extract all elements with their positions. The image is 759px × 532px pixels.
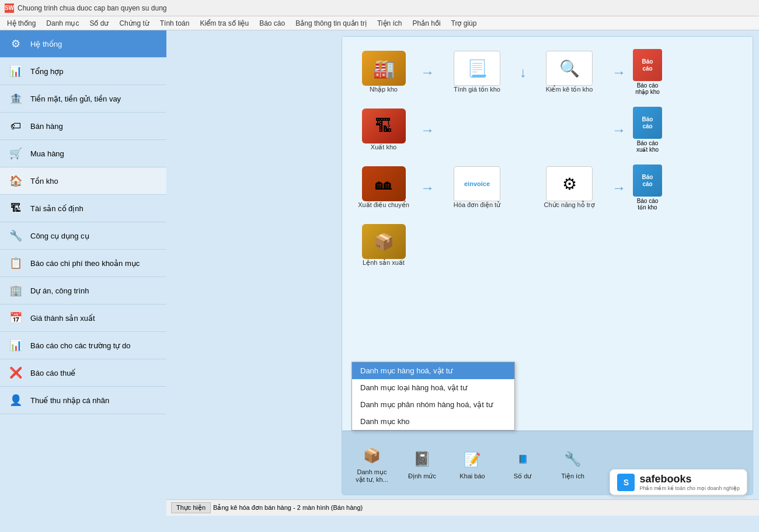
bc-xuat-kho-label: Báo cáoxuất kho <box>636 140 659 153</box>
tinh-gia-item[interactable]: 📃 Tính giá tồn kho <box>439 46 515 98</box>
bt-danh-muc[interactable]: 📦 Danh mụcvật tư, kh... <box>351 442 392 484</box>
bt-danh-muc-icon: 📦 <box>357 442 387 468</box>
bc-ton-kho-label: Báo cáotồn kho <box>637 198 659 211</box>
sidebar-icon-he-thong: ⚙ <box>7 35 25 52</box>
kiem-ke-item[interactable]: 🔍 Kiểm kê tồn kho <box>531 46 607 98</box>
xuat-kho-label: Xuất kho <box>371 144 396 151</box>
menu-item-7[interactable]: Bảng thông tin quản trị <box>291 18 371 29</box>
sidebar-item-du-an[interactable]: 🏢Dự án, công trình <box>0 277 166 304</box>
bt-so-du[interactable]: 📘 Số dư <box>502 446 543 480</box>
sidebar-icon-ton-kho: 🏠 <box>7 172 25 190</box>
sidebar-icon-ban-hang: 🏷 <box>7 117 25 135</box>
sidebar-icon-du-an: 🏢 <box>7 282 25 299</box>
bt-danh-muc-label: Danh mụcvật tư, kh... <box>356 468 388 484</box>
menu-item-3[interactable]: Chứng từ <box>114 18 154 29</box>
dropdown-item-dm-phan-nhom[interactable]: Danh mục phân nhóm hàng hoá, vật tư <box>352 396 514 413</box>
hoa-don-item[interactable]: einvoice Hóa đơn điện tử <box>439 162 515 214</box>
bt-dinh-muc[interactable]: 📓 Định mức <box>402 446 443 480</box>
bt-tien-ich-label: Tiện ích <box>561 473 584 480</box>
sidebar-item-bao-cao-chi-phi[interactable]: 📋Báo cáo chi phí theo khoản mục <box>0 250 166 277</box>
xuat-dieu-chuyen-label: Xuất điều chuyển <box>358 201 409 209</box>
thuc-hien-tab[interactable]: Thực hiện <box>171 502 211 513</box>
sidebar-item-ton-kho[interactable]: 🏠Tồn kho <box>0 167 166 195</box>
dropdown-menu: Danh mục hàng hoá, vật tưDanh mục loại h… <box>351 362 515 430</box>
bc-xuat-kho-item[interactable]: Báocáo Báo cáoxuất kho <box>631 104 664 155</box>
bt-tien-ich[interactable]: 🔧 Tiện ích <box>552 446 593 480</box>
sidebar-icon-tong-hop: 📊 <box>7 62 25 80</box>
bt-so-du-icon: 📘 <box>508 446 537 473</box>
lenh-san-xuat-label: Lệnh sản xuất <box>363 259 405 267</box>
kiem-ke-label: Kiểm kê tồn kho <box>546 86 593 93</box>
sidebar-label-ban-hang: Bán hàng <box>30 122 63 131</box>
bc-ton-kho-item[interactable]: Báocáo Báo cáotồn kho <box>631 162 664 213</box>
sidebar-icon-cong-cu: 🔧 <box>7 227 25 244</box>
safebooks-tagline: Phần mềm kế toán cho mọi doanh nghiệp <box>639 485 740 491</box>
safebooks-name: safebooks <box>639 473 691 485</box>
menu-item-0[interactable]: Hệ thống <box>2 18 40 29</box>
sidebar-item-ban-hang[interactable]: 🏷Bán hàng <box>0 113 166 140</box>
status-tab-label: Bảng kê hóa đơn bán hàng - 2 màn hình (B… <box>213 504 363 512</box>
menu-item-5[interactable]: Kiểm tra số liệu <box>195 18 253 29</box>
safebooks-logo: S safebooks Phần mềm kế toán cho mọi doa… <box>610 469 747 495</box>
sidebar-item-tien-mat[interactable]: 🏦Tiền mặt, tiền gửi, tiền vay <box>0 85 166 113</box>
sidebar-icon-mua-hang: 🛒 <box>7 145 25 162</box>
nhap-kho-item[interactable]: 🏭 Nhập kho <box>351 46 416 98</box>
sidebar: ⚙Hệ thống📊Tổng hợp🏦Tiền mặt, tiền gửi, t… <box>0 30 166 516</box>
sidebar-icon-thue-thu-nhap: 👤 <box>7 391 25 409</box>
chuc-nang-item[interactable]: ⚙ Chức năng hỗ trợ <box>531 162 607 214</box>
sidebar-icon-tai-san: 🏗 <box>7 200 25 217</box>
menu-item-2[interactable]: Số dư <box>85 18 113 29</box>
titlebar: SW Chuong trinh chua duoc cap ban quyen … <box>0 0 759 16</box>
sidebar-icon-gia-thanh: 📅 <box>7 309 25 327</box>
menu-item-4[interactable]: Tính toán <box>155 18 194 29</box>
sidebar-label-tien-mat: Tiền mặt, tiền gửi, tiền vay <box>30 94 121 103</box>
sidebar-item-bao-cao-thue[interactable]: ❌Báo cáo thuế <box>0 359 166 387</box>
sidebar-icon-bao-cao-thue: ❌ <box>7 364 25 382</box>
sidebar-icon-bao-cao-tu-do: 📊 <box>7 337 25 354</box>
menubar: Hệ thốngDanh mụcSố dưChứng từTính toánKi… <box>0 16 759 30</box>
sidebar-label-bao-cao-thue: Báo cáo thuế <box>30 369 75 377</box>
sidebar-label-cong-cu: Công cụ dụng cụ <box>30 232 89 240</box>
dropdown-item-dm-loai[interactable]: Danh mục loại hàng hoá, vật tư <box>352 379 514 396</box>
bc-nhap-kho-item[interactable]: Báocáo Báo cáonhập kho <box>631 47 664 97</box>
dropdown-item-dm-kho[interactable]: Danh mục kho <box>352 413 514 430</box>
chuc-nang-label: Chức năng hỗ trợ <box>544 201 594 209</box>
sidebar-item-tai-san[interactable]: 🏗Tài sản cố định <box>0 195 166 222</box>
dropdown-item-dm-hang-hoa[interactable]: Danh mục hàng hoá, vật tư <box>352 362 514 379</box>
sidebar-label-tong-hop: Tổng hợp <box>30 67 63 76</box>
bt-so-du-label: Số dư <box>514 473 532 480</box>
sidebar-label-gia-thanh: Giá thành sản xuất <box>30 314 95 323</box>
bt-tien-ich-icon: 🔧 <box>558 446 587 473</box>
xuat-kho-item[interactable]: 🏗 Xuất kho <box>351 104 416 156</box>
bt-khai-bao[interactable]: 📝 Khai báo <box>452 446 493 480</box>
app-icon: SW <box>5 4 14 13</box>
sidebar-item-thue-thu-nhap[interactable]: 👤Thuế thu nhập cá nhân <box>0 387 166 414</box>
sidebar-label-tai-san: Tài sản cố định <box>30 204 83 213</box>
safebooks-icon: S <box>617 474 635 491</box>
menu-item-6[interactable]: Báo cáo <box>255 18 290 29</box>
tinh-gia-label: Tính giá tồn kho <box>454 86 500 93</box>
lenh-san-xuat-item[interactable]: 📦 Lệnh sản xuất <box>351 219 416 271</box>
sidebar-label-thue-thu-nhap: Thuế thu nhập cá nhân <box>30 396 109 405</box>
menu-item-9[interactable]: Phản hồi <box>408 18 445 29</box>
menu-item-8[interactable]: Tiện ích <box>372 18 407 29</box>
sidebar-item-mua-hang[interactable]: 🛒Mua hàng <box>0 140 166 167</box>
statusbar: Thực hiện Bảng kê hóa đơn bán hàng - 2 m… <box>166 499 759 516</box>
sidebar-item-tong-hop[interactable]: 📊Tổng hợp <box>0 58 166 85</box>
menu-item-1[interactable]: Danh mục <box>41 18 83 29</box>
sidebar-item-cong-cu[interactable]: 🔧Công cụ dụng cụ <box>0 222 166 250</box>
title-text: Chuong trinh chua duoc cap ban quyen su … <box>18 4 167 12</box>
sidebar-item-bao-cao-tu-do[interactable]: 📊Báo cáo cho các trường tự do <box>0 332 166 359</box>
sidebar-icon-tien-mat: 🏦 <box>7 90 25 107</box>
bt-dinh-muc-label: Định mức <box>408 473 436 480</box>
hoa-don-label: Hóa đơn điện tử <box>454 201 500 209</box>
sidebar-icon-bao-cao-chi-phi: 📋 <box>7 254 25 272</box>
sidebar-label-he-thong: Hệ thống <box>30 40 62 48</box>
xuat-dieu-chuyen-item[interactable]: 🏘 Xuất điều chuyển <box>351 162 416 214</box>
sidebar-item-he-thong[interactable]: ⚙Hệ thống <box>0 30 166 58</box>
sidebar-label-mua-hang: Mua hàng <box>30 149 64 158</box>
sidebar-label-bao-cao-tu-do: Báo cáo cho các trường tự do <box>30 341 130 350</box>
sidebar-item-gia-thanh[interactable]: 📅Giá thành sản xuất <box>0 304 166 332</box>
menu-item-10[interactable]: Trợ giúp <box>447 18 482 29</box>
sidebar-label-bao-cao-chi-phi: Báo cáo chi phí theo khoản mục <box>30 259 140 268</box>
